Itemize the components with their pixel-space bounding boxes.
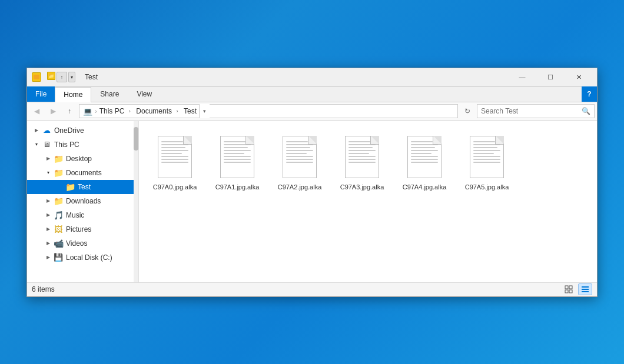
sidebar-item-music[interactable]: ▶ 🎵 Music [27,208,138,222]
minimize-button[interactable]: — [509,68,536,86]
doc-line [286,150,313,151]
doc-line [161,147,185,148]
expand-thispc[interactable]: ▾ [32,140,41,149]
sidebar-item-onedrive[interactable]: ▶ ☁ OneDrive [27,123,138,138]
doc-line [286,156,313,157]
help-button[interactable]: ? [582,86,597,102]
folder-videos-icon: 📹 [53,239,64,248]
doc-line [224,141,245,142]
view-grid-button[interactable] [562,283,576,295]
file-icon-3 [341,133,383,181]
breadcrumb-arrow-1[interactable]: › [125,104,134,118]
forward-button[interactable]: ▶ [46,104,60,118]
localdisk-label: Local Disk (C:) [66,253,112,262]
file-item-2[interactable]: C97A2.jpg.alka [273,131,326,194]
doc-line [473,153,494,154]
sidebar-scrollbar[interactable] [134,121,138,282]
expand-localdisk[interactable]: ▶ [44,253,53,262]
folder-title-icon [34,75,39,79]
sidebar: ▶ ☁ OneDrive ▾ 🖥 This PC ▶ 📁 Deskt [27,121,139,282]
sidebar-item-videos[interactable]: ▶ 📹 Videos [27,236,138,251]
folder-desktop-icon: 📁 [53,154,64,163]
doc-fold-0 [183,136,191,145]
expand-pictures[interactable]: ▶ [44,225,53,234]
folder-documents-icon: 📁 [53,168,64,178]
tab-share[interactable]: Share [91,86,128,102]
doc-line [224,150,251,151]
videos-label: Videos [66,239,87,248]
quick-access-btn-2[interactable]: ↑ [57,72,67,82]
doc-line [348,159,376,160]
doc-line [224,162,251,163]
doc-line [286,159,313,160]
tab-file[interactable]: File [27,86,55,102]
address-path[interactable]: 💻 › This PC › Documents › Test ▾ [79,104,458,118]
doc-line [224,153,244,154]
window-icon [32,72,41,82]
tab-home[interactable]: Home [55,87,91,102]
svg-rect-3 [569,290,572,293]
doc-line [161,162,188,163]
file-icon-0 [154,133,195,181]
file-item-5[interactable]: C97A5.jpg.alka [460,131,513,194]
file-icon-1 [217,133,258,181]
address-bar: ◀ ▶ ↑ 💻 › This PC › Documents › Test ▾ ↻… [27,102,597,121]
svg-rect-0 [565,286,568,289]
disk-icon: 💾 [53,253,64,262]
sidebar-item-thispc[interactable]: ▾ 🖥 This PC [27,138,138,152]
file-icon-2 [279,133,320,181]
back-button[interactable]: ◀ [29,104,44,118]
sidebar-item-pictures[interactable]: ▶ 🖼 Pictures [27,222,138,236]
expand-downloads[interactable]: ▶ [44,196,53,206]
expand-music[interactable]: ▶ [44,211,53,220]
sidebar-item-localdisk[interactable]: ▶ 💾 Local Disk (C:) [27,251,138,265]
file-area: C97A0.jpg.alka C97A1.jpg.alka C97A2.jpg.… [139,121,597,282]
expand-documents[interactable]: ▾ [44,168,53,178]
file-name-0: C97A0.jpg.alka [153,183,197,191]
svg-rect-6 [582,291,589,292]
file-item-1[interactable]: C97A1.jpg.alka [211,131,264,194]
search-input[interactable] [481,107,579,115]
view-list-button[interactable] [578,283,592,295]
music-label: Music [66,211,84,219]
sidebar-item-test[interactable]: 📁 Test [27,180,138,194]
status-view-buttons [562,283,592,295]
doc-icon-4 [407,136,442,178]
file-item-4[interactable]: C97A4.jpg.alka [398,131,451,194]
expand-videos[interactable]: ▶ [44,239,53,248]
quick-access-dropdown[interactable]: ▾ [68,72,75,82]
sidebar-item-desktop[interactable]: ▶ 📁 Desktop [27,152,138,166]
expand-desktop[interactable]: ▶ [44,154,53,163]
file-item-3[interactable]: C97A3.jpg.alka [336,131,389,194]
breadcrumb-test[interactable]: Test [184,107,197,115]
search-icon[interactable]: 🔍 [582,107,590,115]
doc-line [286,153,307,154]
desktop-label: Desktop [66,155,92,163]
quick-access-btn-1[interactable]: 📁 [47,72,55,80]
file-icon-5 [466,133,507,181]
thispc-label: This PC [54,141,79,149]
maximize-button[interactable]: ☐ [537,68,564,86]
doc-line [473,159,500,160]
cloud-icon: ☁ [41,126,52,135]
address-dropdown[interactable]: ▾ [199,104,210,118]
breadcrumb-thispc[interactable]: This PC › [99,104,134,118]
sidebar-item-downloads[interactable]: ▶ 📁 Downloads [27,194,138,208]
breadcrumb-arrow-2[interactable]: › [173,104,181,118]
doc-line [473,162,500,163]
close-button[interactable]: ✕ [565,68,592,86]
svg-rect-2 [565,290,568,293]
doc-line [348,141,370,142]
folder-downloads-icon: 📁 [53,196,64,206]
file-item-0[interactable]: C97A0.jpg.alka [148,131,201,194]
doc-icon-1 [220,136,254,178]
expand-onedrive[interactable]: ▶ [32,126,41,135]
sidebar-scroll: ▶ ☁ OneDrive ▾ 🖥 This PC ▶ 📁 Deskt [27,121,138,282]
up-button[interactable]: ↑ [62,104,77,118]
folder-test-icon: 📁 [65,182,75,192]
pc-icon: 🖥 [41,140,52,149]
sidebar-item-documents[interactable]: ▾ 📁 Documents [27,166,138,180]
refresh-button[interactable]: ↻ [460,104,474,118]
tab-view[interactable]: View [128,86,161,102]
breadcrumb-documents[interactable]: Documents › [136,104,181,118]
